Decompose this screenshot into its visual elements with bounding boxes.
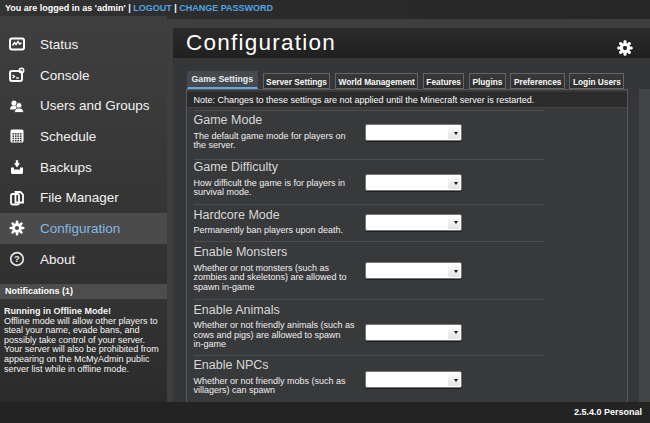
svg-text:?: ? bbox=[14, 254, 20, 265]
